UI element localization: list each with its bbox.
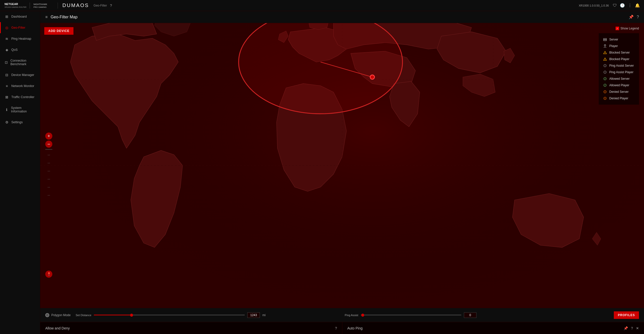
legend-label-ping-assist-server: Ping Assist Server bbox=[609, 64, 634, 67]
legend-label-denied-server: Denied Server bbox=[609, 90, 629, 94]
sidebar-item-settings[interactable]: ⚙ Settings bbox=[0, 117, 40, 128]
legend-item-allowed-server: ✓ Allowed Server bbox=[603, 75, 635, 82]
ping-assist-slider-thumb bbox=[361, 314, 364, 317]
legend-label-allowed-server: Allowed Server bbox=[609, 77, 630, 80]
sidebar-item-traffic-controller[interactable]: ⊠ Traffic Controller bbox=[0, 92, 40, 103]
sidebar-label-settings: Settings bbox=[11, 120, 23, 124]
player-icon bbox=[603, 44, 607, 48]
denied-player-icon: × bbox=[603, 96, 607, 101]
footer-left-help-icon[interactable]: ? bbox=[335, 326, 337, 330]
legend-label-denied-player: Denied Player bbox=[609, 97, 628, 100]
distance-slider-thumb bbox=[130, 314, 133, 317]
network-monitor-icon: ≡ bbox=[5, 84, 9, 88]
page-title: Geo-Filter Map bbox=[51, 15, 77, 19]
sidebar-item-geo-filter[interactable]: ◎ Geo-Filter bbox=[0, 22, 40, 33]
dashboard-icon: ⊞ bbox=[5, 15, 9, 19]
topbar: NETGEAR XR1000 GAMING ROUTER NIGHTHAWK P… bbox=[0, 0, 644, 11]
sidebar-label-connection-benchmark: Connection Benchmark bbox=[11, 59, 36, 66]
geo-filter-help-icon[interactable]: ? bbox=[110, 4, 112, 8]
more-icon[interactable]: ⋮ bbox=[628, 3, 632, 8]
legend-item-blocked-server: ! Blocked Server bbox=[603, 49, 635, 56]
help-icon[interactable]: ? bbox=[637, 15, 639, 19]
allowed-player-icon: ✓ bbox=[603, 83, 607, 88]
allowed-server-icon: ✓ bbox=[603, 76, 607, 81]
sidebar-item-connection-benchmark[interactable]: ⊡ Connection Benchmark bbox=[0, 55, 40, 69]
zoom-separator bbox=[45, 149, 52, 150]
settings-icon: ⚙ bbox=[5, 120, 9, 124]
menu-hamburger-icon[interactable]: ≡ bbox=[45, 15, 48, 19]
ping-heatmap-icon: ≋ bbox=[5, 37, 9, 41]
sidebar-item-qos[interactable]: ◈ QoS bbox=[0, 44, 40, 55]
bell-icon[interactable]: 🔔 bbox=[635, 3, 640, 8]
footer-right-pin-icon[interactable]: 📌 bbox=[624, 326, 628, 330]
blocked-server-icon: ! bbox=[603, 50, 607, 55]
map-container[interactable]: ADD DEVICE + − — — — — — — 📍 ✓ Show Lege… bbox=[40, 23, 644, 308]
sidebar-label-ping-heatmap: Ping Heatmap bbox=[11, 37, 31, 40]
legend-panel: Server Player ! Blocked Server ! bbox=[599, 33, 639, 105]
legend-checkbox[interactable]: ✓ bbox=[616, 27, 619, 30]
brand-logo: NETGEAR XR1000 GAMING ROUTER NIGHTHAWK P… bbox=[4, 2, 112, 9]
zoom-level-1: — bbox=[45, 151, 52, 158]
topbar-right: XR1000 1.0.0.50_1.0.36 🛡 🕐 ⋮ 🔔 bbox=[579, 3, 640, 8]
sidebar-item-ping-heatmap[interactable]: ≋ Ping Heatmap bbox=[0, 33, 40, 44]
sidebar-label-qos: QoS bbox=[11, 48, 18, 52]
sidebar-item-network-monitor[interactable]: ≡ Network Monitor bbox=[0, 80, 40, 92]
zoom-level-3: — bbox=[45, 167, 52, 174]
zoom-out-button[interactable]: − bbox=[45, 141, 52, 148]
geo-filter-icon: ◎ bbox=[5, 26, 9, 30]
ping-assist-slider-track[interactable] bbox=[361, 315, 461, 315]
footer-right-help-icon[interactable]: ? bbox=[631, 326, 633, 330]
legend-label-allowed-player: Allowed Player bbox=[609, 84, 629, 87]
legend-item-server: Server bbox=[603, 36, 635, 43]
svg-text:PRO GAMING: PRO GAMING bbox=[33, 6, 47, 8]
distance-slider-track[interactable] bbox=[94, 315, 245, 315]
svg-text:✓: ✓ bbox=[604, 84, 606, 87]
svg-text:×: × bbox=[604, 91, 606, 93]
map-controls: + − — — — — — — bbox=[45, 133, 52, 198]
system-info-icon: ℹ bbox=[5, 108, 9, 112]
profiles-button[interactable]: PROFILES bbox=[614, 311, 639, 319]
footer-auto-ping: Auto Ping 📌 ? ✕ bbox=[342, 322, 644, 334]
zoom-level-4: — bbox=[45, 175, 52, 182]
svg-text:!: ! bbox=[605, 52, 605, 54]
svg-rect-16 bbox=[603, 38, 607, 39]
footer-right-close-icon[interactable]: ✕ bbox=[636, 326, 639, 330]
ping-assist-value[interactable]: 0 bbox=[464, 312, 476, 318]
topbar-icons: 🛡 🕐 ⋮ 🔔 bbox=[613, 3, 640, 8]
pin-icon[interactable]: 📌 bbox=[629, 15, 634, 19]
content-area: ≡ Geo-Filter Map 📌 ? bbox=[40, 11, 644, 334]
zoom-level-6: — bbox=[45, 191, 52, 198]
denied-server-icon: × bbox=[603, 90, 607, 94]
show-legend-toggle: ✓ Show Legend bbox=[616, 27, 639, 30]
footer-allow-deny: Allow and Deny ? bbox=[40, 322, 342, 334]
sidebar-item-system-information[interactable]: ℹ System Information bbox=[0, 103, 40, 117]
distance-unit: mi bbox=[262, 313, 266, 317]
footer-right-actions: 📌 ? ✕ bbox=[624, 326, 639, 330]
legend-label-blocked-server: Blocked Server bbox=[609, 51, 630, 54]
legend-item-ping-assist-server: + Ping Assist Server bbox=[603, 62, 635, 69]
clock-icon[interactable]: 🕐 bbox=[620, 3, 625, 8]
location-pin-button[interactable]: 📍 bbox=[45, 271, 52, 278]
legend-label-server: Server bbox=[609, 38, 618, 41]
ping-assist-server-icon: + bbox=[603, 63, 607, 68]
sidebar-label-geo-filter: Geo-Filter bbox=[11, 26, 25, 29]
sidebar-item-dashboard[interactable]: ⊞ Dashboard bbox=[0, 11, 40, 22]
svg-rect-17 bbox=[603, 40, 607, 41]
nighthawk-logo-svg: NIGHTHAWK PRO GAMING bbox=[33, 2, 53, 9]
version-label: XR1000 1.0.0.50_1.0.36 bbox=[579, 4, 609, 7]
distance-value[interactable]: 1243 bbox=[247, 312, 260, 318]
add-device-button[interactable]: ADD DEVICE bbox=[44, 27, 73, 35]
shield-icon[interactable]: 🛡 bbox=[613, 3, 617, 8]
zoom-in-button[interactable]: + bbox=[45, 133, 52, 140]
zoom-level-2: — bbox=[45, 159, 52, 166]
sidebar: ⊞ Dashboard ◎ Geo-Filter ≋ Ping Heatmap … bbox=[0, 11, 40, 334]
blocked-player-icon: ! bbox=[603, 57, 607, 61]
distance-section: Set Distance 1243 mi bbox=[76, 312, 340, 318]
sidebar-item-device-manager[interactable]: ⊟ Device Manager bbox=[0, 69, 40, 80]
geo-filter-topbar-label: Geo-Filter bbox=[94, 4, 107, 7]
polygon-mode-toggle[interactable]: Polygon Mode bbox=[45, 313, 71, 317]
footer-left-actions: ? bbox=[335, 326, 337, 330]
sidebar-label-traffic-controller: Traffic Controller bbox=[11, 95, 34, 99]
svg-text:XR1000 GAMING ROUTER: XR1000 GAMING ROUTER bbox=[5, 6, 26, 8]
legend-label-player: Player bbox=[609, 44, 618, 48]
